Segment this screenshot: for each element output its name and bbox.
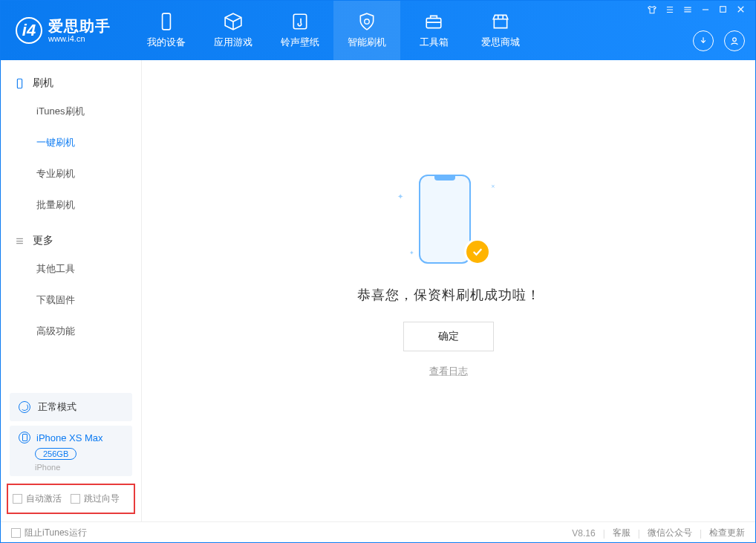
mode-label: 正常模式 [38,400,76,414]
svg-rect-1 [293,14,306,29]
sidebar-item-itunes-flash[interactable]: iTunes刷机 [1,96,141,127]
checkbox-block-itunes[interactable]: 阻止iTunes运行 [11,527,87,539]
tab-ringtone-wallpaper[interactable]: 铃声壁纸 [267,1,333,60]
store-icon [491,12,510,31]
window-controls [647,1,746,17]
nav-tabs: 我的设备 应用游戏 铃声壁纸 智能刷机 工具箱 爱思商城 [133,1,534,60]
sidebar-item-oneclick-flash[interactable]: 一键刷机 [1,127,141,158]
mode-icon [19,401,30,413]
more-icon [14,235,25,247]
section-title: 刷机 [33,77,53,90]
app-logo: i4 爱思助手 www.i4.cn [16,17,111,44]
svg-point-4 [733,38,737,42]
device-name: iPhone XS Max [36,432,103,443]
tab-smart-flash[interactable]: 智能刷机 [333,1,400,60]
confirm-button[interactable]: 确定 [403,322,494,351]
tab-store[interactable]: 爱思商城 [467,1,534,60]
sidebar-item-advanced[interactable]: 高级功能 [1,316,141,347]
tab-label: 铃声壁纸 [281,36,319,49]
check-circle-icon [464,238,491,265]
tab-my-device[interactable]: 我的设备 [133,1,200,60]
header: i4 爱思助手 www.i4.cn 我的设备 应用游戏 铃声壁纸 智能刷机 工具… [1,1,755,60]
close-icon[interactable] [735,4,746,17]
sidebar-item-batch-flash[interactable]: 批量刷机 [1,189,141,221]
svg-rect-3 [720,7,726,13]
phone-icon [14,78,25,89]
status-bar: 阻止iTunes运行 V8.16 | 客服 | 微信公众号 | 检查更新 [1,521,755,543]
svg-rect-5 [17,79,22,88]
sidebar-item-download-firmware[interactable]: 下载固件 [1,284,141,316]
sidebar-section-more[interactable]: 更多 [1,228,141,253]
minimize-icon[interactable] [700,4,711,17]
sidebar-section-flash[interactable]: 刷机 [1,71,141,96]
checkbox-icon [71,494,80,504]
refresh-shield-icon [357,12,377,31]
check-update-link[interactable]: 检查更新 [709,527,745,539]
options-highlight-box: 自动激活 跳过向导 [7,484,135,514]
logo-icon: i4 [16,17,42,44]
checkbox-auto-activate[interactable]: 自动激活 [13,492,62,505]
tab-label: 工具箱 [420,36,449,49]
svg-rect-0 [163,13,171,30]
sidebar-item-pro-flash[interactable]: 专业刷机 [1,158,141,189]
tab-label: 我的设备 [147,36,186,49]
svg-rect-2 [426,19,441,28]
sidebar: 刷机 iTunes刷机 一键刷机 专业刷机 批量刷机 更多 其他工具 下载固件 … [1,60,142,521]
checkbox-skip-guide[interactable]: 跳过向导 [71,492,120,505]
tab-toolbox[interactable]: 工具箱 [400,1,467,60]
device-info-block[interactable]: iPhone XS Max 256GB iPhone [10,426,132,476]
support-link[interactable]: 客服 [613,527,630,539]
tab-apps-games[interactable]: 应用游戏 [200,1,267,60]
download-button[interactable] [693,30,714,51]
view-log-link[interactable]: 查看日志 [429,365,468,378]
device-icon [157,12,176,31]
sidebar-item-other-tools[interactable]: 其他工具 [1,253,141,284]
success-illustration: ✦ + ✦ [393,167,504,271]
toolbox-icon [424,12,443,31]
device-phone-icon [19,432,30,443]
device-capacity: 256GB [35,448,76,460]
cube-icon [224,12,243,31]
list-icon[interactable] [665,4,675,17]
version-label: V8.16 [572,528,595,539]
tab-label: 应用游戏 [214,36,252,49]
tab-label: 智能刷机 [348,36,386,49]
user-button[interactable] [724,30,745,51]
music-icon [290,12,310,31]
app-subtitle: www.i4.cn [48,34,111,43]
menu-icon[interactable] [682,4,693,17]
checkbox-icon [11,528,21,538]
device-mode-block[interactable]: 正常模式 [10,393,132,421]
maximize-icon[interactable] [718,4,728,16]
device-type: iPhone [35,463,123,472]
checkbox-icon [13,494,22,504]
tab-label: 爱思商城 [481,36,520,49]
success-message: 恭喜您，保资料刷机成功啦！ [357,286,541,304]
tshirt-icon[interactable] [647,4,657,17]
section-title: 更多 [33,234,53,247]
main-content: ✦ + ✦ 恭喜您，保资料刷机成功啦！ 确定 查看日志 [142,60,755,521]
app-title: 爱思助手 [48,18,111,34]
wechat-link[interactable]: 微信公众号 [648,527,692,539]
